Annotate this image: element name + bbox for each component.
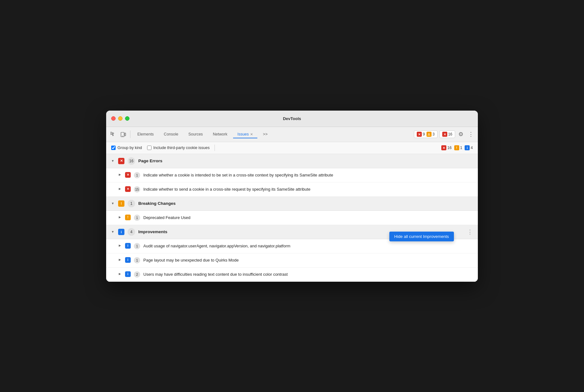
more-menu-button[interactable]: ⋮ <box>467 130 475 139</box>
issue-warning-icon: ! <box>125 215 131 220</box>
minimize-button[interactable] <box>118 116 123 121</box>
group-by-kind-group: Group by kind <box>111 146 142 150</box>
issue-text: Audit usage of navigator.userAgent, navi… <box>143 243 473 249</box>
issue-count: 1 <box>134 257 140 263</box>
issue-expand-icon: ▶ <box>119 272 122 275</box>
issue-expand-icon: ▶ <box>119 258 122 261</box>
breaking-changes-chevron: ▼ <box>111 202 115 205</box>
issue-count: 15 <box>134 186 140 193</box>
issue-row[interactable]: ▶ ! 1 Deprecated Feature Used <box>106 211 478 225</box>
improvements-more-button[interactable]: ⋮ Hide all current Improvements <box>467 228 473 235</box>
tab-issues[interactable]: Issues ✕ <box>233 130 257 138</box>
svg-rect-1 <box>125 133 126 136</box>
breaking-changes-section-header[interactable]: ▼ ! 1 Breaking Changes <box>106 197 478 211</box>
warning-badge-count: 3 <box>432 132 435 136</box>
breaking-changes-title: Breaking Changes <box>138 201 176 206</box>
opt-info-count: 4 <box>471 146 473 150</box>
issues-badge-group[interactable]: ✕ 16 <box>439 130 455 138</box>
issue-text: Indicate whether a cookie is intended to… <box>143 172 473 178</box>
error-badge-icon: ✕ <box>417 132 422 137</box>
issue-expand-icon: ▶ <box>119 216 122 219</box>
issues-content: ▼ ✕ 16 Page Errors ▶ ✕ 1 Indicate whethe… <box>106 154 478 282</box>
page-errors-section-header[interactable]: ▼ ✕ 16 Page Errors <box>106 154 478 168</box>
opt-warning-count: 1 <box>460 146 462 150</box>
window-title: DevTools <box>283 116 301 121</box>
settings-button[interactable]: ⚙ <box>456 130 465 139</box>
tab-elements[interactable]: Elements <box>133 130 158 138</box>
issue-expand-icon: ▶ <box>119 244 122 247</box>
third-party-label: Include third-party cookie issues <box>153 146 210 150</box>
issue-text: Page layout may be unexpected due to Qui… <box>143 257 473 263</box>
devtools-window: DevTools Elements Console Sources <box>106 111 478 282</box>
breaking-changes-icon: ! <box>118 200 124 207</box>
opt-warning-badge: ! 1 <box>454 145 462 150</box>
page-errors-icon: ✕ <box>118 158 124 164</box>
issue-row[interactable]: ▶ ✕ 1 Indicate whether a cookie is inten… <box>106 168 478 182</box>
title-bar: DevTools <box>106 111 478 127</box>
group-by-kind-checkbox[interactable] <box>111 146 116 150</box>
issue-count: 1 <box>134 243 140 249</box>
opt-info-icon: i <box>465 145 470 150</box>
options-divider <box>215 145 215 151</box>
improvements-count: 4 <box>128 228 135 236</box>
issue-info-icon: i <box>125 271 131 277</box>
toolbar: Elements Console Sources Network Issues … <box>106 127 478 142</box>
page-errors-chevron: ▼ <box>111 159 115 163</box>
issue-error-icon: ✕ <box>125 186 131 192</box>
issues-error-icon: ✕ <box>442 132 447 137</box>
improvements-section-header[interactable]: ▼ i 4 Improvements ⋮ Hide all current Im… <box>106 225 478 239</box>
page-errors-title: Page Errors <box>138 159 163 163</box>
third-party-checkbox[interactable] <box>147 146 152 150</box>
opt-error-badge: ✕ 16 <box>441 145 451 150</box>
issue-expand-icon: ▶ <box>119 187 122 190</box>
opt-error-icon: ✕ <box>441 145 446 150</box>
device-icon[interactable] <box>119 130 128 139</box>
issue-count: 1 <box>134 215 140 221</box>
issue-info-icon: i <box>125 257 131 263</box>
improvements-icon: i <box>118 229 124 235</box>
issue-text: Deprecated Feature Used <box>143 215 473 221</box>
third-party-group: Include third-party cookie issues <box>147 146 210 150</box>
tab-sources[interactable]: Sources <box>184 130 207 138</box>
issue-text: Indicate whether to send a cookie in a c… <box>143 186 473 193</box>
toolbar-badges: ✕ 9 ⚠ 3 ✕ 16 <box>414 130 455 138</box>
close-button[interactable] <box>111 116 116 121</box>
group-by-kind-label: Group by kind <box>117 146 142 150</box>
issue-count: 1 <box>134 172 140 178</box>
error-badge-group[interactable]: ✕ 9 ⚠ 3 <box>414 130 437 138</box>
issue-info-icon: i <box>125 243 131 249</box>
traffic-lights <box>111 116 129 121</box>
tab-console[interactable]: Console <box>159 130 183 138</box>
breaking-changes-count: 1 <box>128 200 135 207</box>
tab-issues-close[interactable]: ✕ <box>250 132 253 136</box>
warning-badge-icon: ⚠ <box>427 132 432 137</box>
more-tabs-button[interactable]: >> <box>259 130 272 138</box>
options-badges: ✕ 16 ! 1 i 4 <box>441 145 473 150</box>
improvements-chevron: ▼ <box>111 230 115 233</box>
options-bar: Group by kind Include third-party cookie… <box>106 142 478 154</box>
error-badge-count: 9 <box>423 132 425 136</box>
issue-row[interactable]: ▶ i 1 Page layout may be unexpected due … <box>106 253 478 268</box>
tab-network[interactable]: Network <box>209 130 232 138</box>
inspect-icon[interactable] <box>109 130 117 139</box>
issue-expand-icon: ▶ <box>119 173 122 176</box>
issue-row[interactable]: ▶ ✕ 15 Indicate whether to send a cookie… <box>106 182 478 197</box>
opt-error-count: 16 <box>447 146 451 150</box>
improvements-title: Improvements <box>138 229 167 234</box>
issue-text: Users may have difficulties reading text… <box>143 271 473 278</box>
opt-info-badge: i 4 <box>465 145 473 150</box>
page-errors-count: 16 <box>128 157 135 165</box>
issue-error-icon: ✕ <box>125 172 131 178</box>
opt-warning-icon: ! <box>454 145 459 150</box>
context-menu[interactable]: Hide all current Improvements <box>389 232 454 241</box>
issue-row[interactable]: ▶ i 2 Users may have difficulties readin… <box>106 268 478 282</box>
issue-count: 2 <box>134 271 140 278</box>
toolbar-divider-1 <box>130 130 130 138</box>
issues-count: 16 <box>448 132 452 136</box>
maximize-button[interactable] <box>125 116 129 121</box>
